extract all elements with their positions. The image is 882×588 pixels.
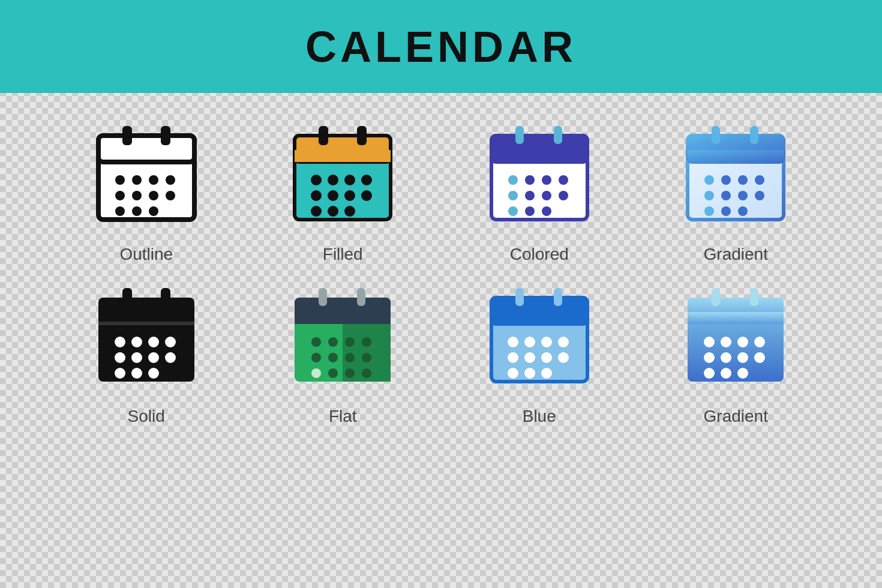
svg-point-21: [328, 175, 338, 185]
icon-label-flat: Flat: [329, 407, 357, 426]
svg-point-12: [115, 206, 125, 216]
svg-point-106: [508, 352, 518, 363]
svg-point-30: [344, 206, 355, 217]
svg-point-45: [525, 206, 535, 216]
icon-label-blue: Blue: [523, 407, 556, 426]
svg-rect-84: [357, 288, 365, 306]
svg-point-103: [524, 337, 535, 347]
svg-point-7: [166, 175, 175, 185]
svg-point-89: [311, 353, 321, 362]
svg-point-61: [721, 206, 731, 216]
icon-label-solid: Solid: [128, 407, 165, 426]
svg-rect-51: [750, 126, 758, 144]
svg-point-53: [721, 175, 731, 185]
svg-rect-80: [295, 312, 391, 324]
svg-point-120: [737, 337, 748, 347]
svg-point-126: [704, 368, 715, 379]
svg-point-93: [311, 368, 321, 378]
svg-point-37: [525, 175, 535, 185]
svg-point-25: [328, 190, 338, 201]
svg-point-5: [132, 175, 142, 185]
svg-point-56: [704, 191, 714, 200]
svg-point-90: [328, 353, 338, 362]
svg-point-86: [328, 337, 338, 347]
icon-cell-solid: Solid: [48, 276, 245, 426]
svg-point-57: [721, 191, 731, 200]
svg-point-111: [524, 368, 535, 379]
svg-point-28: [311, 206, 322, 217]
svg-point-124: [737, 352, 748, 363]
svg-point-13: [132, 206, 142, 216]
svg-point-14: [149, 206, 158, 216]
svg-point-68: [131, 337, 142, 347]
svg-rect-33: [491, 150, 587, 162]
calendar-outline-icon: [86, 114, 206, 234]
svg-rect-34: [515, 126, 524, 144]
svg-rect-64: [98, 322, 194, 325]
calendar-flat-icon: [283, 276, 403, 396]
svg-rect-66: [161, 288, 170, 307]
svg-point-6: [149, 175, 158, 185]
svg-point-46: [542, 206, 551, 216]
svg-point-112: [541, 368, 552, 379]
svg-point-128: [737, 368, 748, 379]
svg-point-62: [738, 206, 748, 216]
icon-label-gradient2: Gradient: [704, 407, 768, 426]
svg-point-11: [166, 191, 175, 200]
icon-label-filled: Filled: [323, 245, 363, 264]
svg-point-72: [131, 352, 142, 363]
calendar-colored-icon: [479, 114, 599, 234]
svg-point-44: [508, 206, 518, 216]
svg-point-102: [508, 337, 518, 347]
svg-point-92: [362, 353, 371, 362]
svg-point-71: [115, 352, 125, 363]
svg-point-88: [362, 337, 371, 347]
svg-point-40: [508, 191, 518, 200]
svg-point-67: [115, 337, 125, 347]
svg-rect-63: [98, 298, 194, 382]
svg-point-107: [524, 352, 535, 363]
svg-point-73: [148, 352, 159, 363]
icon-label-gradient1: Gradient: [704, 245, 768, 264]
icon-cell-filled: Filled: [245, 114, 442, 264]
svg-rect-115: [688, 312, 784, 324]
svg-point-55: [755, 175, 764, 185]
svg-point-29: [328, 206, 338, 217]
svg-point-108: [541, 352, 552, 363]
svg-rect-83: [319, 288, 327, 306]
icon-cell-colored: Colored: [441, 114, 638, 264]
svg-rect-82: [343, 324, 391, 330]
svg-point-110: [508, 368, 518, 379]
svg-point-76: [131, 368, 142, 379]
svg-rect-116: [712, 288, 720, 306]
svg-point-105: [558, 337, 569, 347]
svg-rect-3: [161, 126, 170, 145]
svg-point-24: [311, 190, 322, 201]
icon-cell-gradient2: Gradient: [638, 276, 835, 426]
svg-rect-19: [357, 126, 367, 145]
icon-cell-blue: Blue: [441, 276, 638, 426]
svg-point-77: [148, 368, 159, 379]
svg-point-60: [704, 206, 714, 216]
svg-rect-18: [319, 126, 328, 145]
svg-rect-1: [98, 136, 194, 162]
calendar-gradient-icon: [676, 114, 796, 234]
icon-cell-flat: Flat: [245, 276, 442, 426]
svg-point-118: [704, 337, 715, 347]
calendar-solid-icon: [86, 276, 206, 396]
svg-point-121: [754, 337, 765, 347]
svg-point-125: [754, 352, 765, 363]
page-title: CALENDAR: [305, 22, 577, 71]
svg-point-20: [311, 175, 322, 185]
svg-rect-99: [491, 312, 587, 324]
svg-point-104: [541, 337, 552, 347]
svg-point-87: [345, 337, 355, 347]
svg-point-85: [311, 337, 321, 347]
svg-rect-2: [122, 126, 132, 145]
svg-rect-50: [712, 126, 720, 144]
svg-point-119: [721, 337, 731, 347]
svg-point-9: [132, 191, 142, 200]
svg-rect-35: [554, 126, 562, 144]
svg-point-8: [115, 191, 125, 200]
svg-rect-117: [750, 288, 758, 306]
